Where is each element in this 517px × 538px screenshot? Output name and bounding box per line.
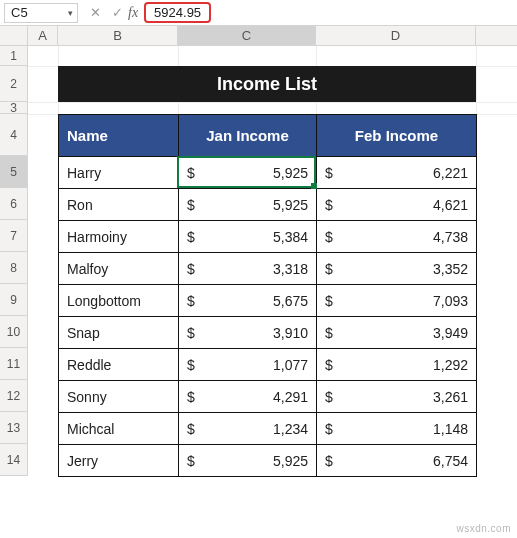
table-row: Longbottom$5,675$7,093	[59, 285, 477, 317]
amount: 1,077	[199, 357, 308, 373]
cell-jan[interactable]: $5,384	[179, 221, 317, 253]
row-header-8[interactable]: 8	[0, 252, 28, 284]
cell-name[interactable]: Jerry	[59, 445, 179, 477]
amount: 3,318	[199, 261, 308, 277]
currency-symbol: $	[325, 293, 337, 309]
currency-symbol: $	[187, 197, 199, 213]
cell-name[interactable]: Sonny	[59, 381, 179, 413]
header-name[interactable]: Name	[59, 115, 179, 157]
currency-symbol: $	[325, 453, 337, 469]
currency-symbol: $	[325, 325, 337, 341]
currency-symbol: $	[187, 261, 199, 277]
amount: 1,234	[199, 421, 308, 437]
amount: 3,949	[337, 325, 468, 341]
amount: 5,384	[199, 229, 308, 245]
cell-feb[interactable]: $4,738	[317, 221, 477, 253]
cell-name[interactable]: Ron	[59, 189, 179, 221]
formula-value[interactable]: 5924.95	[154, 5, 201, 20]
row-header-3[interactable]: 3	[0, 102, 28, 114]
amount: 6,221	[337, 165, 468, 181]
col-header-C[interactable]: C	[178, 26, 316, 45]
table-row: Harry$5,925$6,221	[59, 157, 477, 189]
cell-jan[interactable]: $5,925	[179, 157, 317, 189]
col-header-B[interactable]: B	[58, 26, 178, 45]
currency-symbol: $	[187, 453, 199, 469]
cell-name[interactable]: Snap	[59, 317, 179, 349]
currency-symbol: $	[187, 325, 199, 341]
row-header-11[interactable]: 11	[0, 348, 28, 380]
cells-area[interactable]: Income List Name Jan Income Feb Income H…	[28, 46, 517, 476]
currency-symbol: $	[325, 389, 337, 405]
cancel-icon[interactable]: ✕	[84, 3, 106, 23]
amount: 5,925	[199, 197, 308, 213]
cell-feb[interactable]: $6,754	[317, 445, 477, 477]
row-header-7[interactable]: 7	[0, 220, 28, 252]
cell-jan[interactable]: $4,291	[179, 381, 317, 413]
cell-feb[interactable]: $4,621	[317, 189, 477, 221]
formula-bar: C5 ▾ ✕ ✓ fx 5924.95	[0, 0, 517, 26]
chevron-down-icon[interactable]: ▾	[68, 8, 73, 18]
currency-symbol: $	[325, 421, 337, 437]
table-row: Harmoiny$5,384$4,738	[59, 221, 477, 253]
currency-symbol: $	[187, 293, 199, 309]
currency-symbol: $	[187, 357, 199, 373]
cell-name[interactable]: Harmoiny	[59, 221, 179, 253]
header-jan[interactable]: Jan Income	[179, 115, 317, 157]
cell-name[interactable]: Harry	[59, 157, 179, 189]
table-header-row: Name Jan Income Feb Income	[59, 115, 477, 157]
cell-jan[interactable]: $1,077	[179, 349, 317, 381]
cell-jan[interactable]: $5,675	[179, 285, 317, 317]
row-header-6[interactable]: 6	[0, 188, 28, 220]
cell-jan[interactable]: $1,234	[179, 413, 317, 445]
amount: 5,925	[199, 453, 308, 469]
row-header-13[interactable]: 13	[0, 412, 28, 444]
cell-jan[interactable]: $5,925	[179, 445, 317, 477]
amount: 7,093	[337, 293, 468, 309]
row-header-10[interactable]: 10	[0, 316, 28, 348]
cell-name[interactable]: Malfoy	[59, 253, 179, 285]
currency-symbol: $	[187, 229, 199, 245]
name-box-value: C5	[11, 5, 28, 20]
cell-feb[interactable]: $3,261	[317, 381, 477, 413]
cell-jan[interactable]: $3,910	[179, 317, 317, 349]
table-row: Malfoy$3,318$3,352	[59, 253, 477, 285]
table-row: Jerry$5,925$6,754	[59, 445, 477, 477]
check-icon[interactable]: ✓	[106, 3, 128, 23]
row-header-5[interactable]: 5	[0, 156, 28, 188]
row-header-4[interactable]: 4	[0, 114, 28, 156]
row-header-14[interactable]: 14	[0, 444, 28, 476]
amount: 5,925	[199, 165, 308, 181]
row-header-2[interactable]: 2	[0, 66, 28, 102]
select-all-triangle[interactable]	[0, 26, 28, 45]
col-header-D[interactable]: D	[316, 26, 476, 45]
cell-name[interactable]: Reddle	[59, 349, 179, 381]
row-header-12[interactable]: 12	[0, 380, 28, 412]
row-header-9[interactable]: 9	[0, 284, 28, 316]
cell-feb[interactable]: $7,093	[317, 285, 477, 317]
table-row: Snap$3,910$3,949	[59, 317, 477, 349]
cell-name[interactable]: Longbottom	[59, 285, 179, 317]
cell-jan[interactable]: $3,318	[179, 253, 317, 285]
fx-icon[interactable]: fx	[128, 5, 138, 21]
amount: 4,291	[199, 389, 308, 405]
cell-feb[interactable]: $3,949	[317, 317, 477, 349]
amount: 1,292	[337, 357, 468, 373]
cell-jan[interactable]: $5,925	[179, 189, 317, 221]
page-title[interactable]: Income List	[58, 66, 476, 102]
cell-feb[interactable]: $1,292	[317, 349, 477, 381]
table-row: Michcal$1,234$1,148	[59, 413, 477, 445]
row-header-1[interactable]: 1	[0, 46, 28, 66]
amount: 4,621	[337, 197, 468, 213]
header-feb[interactable]: Feb Income	[317, 115, 477, 157]
table-row: Reddle$1,077$1,292	[59, 349, 477, 381]
amount: 6,754	[337, 453, 468, 469]
amount: 3,352	[337, 261, 468, 277]
table-row: Ron$5,925$4,621	[59, 189, 477, 221]
cell-feb[interactable]: $1,148	[317, 413, 477, 445]
col-header-A[interactable]: A	[28, 26, 58, 45]
name-box[interactable]: C5 ▾	[4, 3, 78, 23]
income-table: Name Jan Income Feb Income Harry$5,925$6…	[58, 114, 477, 477]
cell-name[interactable]: Michcal	[59, 413, 179, 445]
cell-feb[interactable]: $6,221	[317, 157, 477, 189]
cell-feb[interactable]: $3,352	[317, 253, 477, 285]
